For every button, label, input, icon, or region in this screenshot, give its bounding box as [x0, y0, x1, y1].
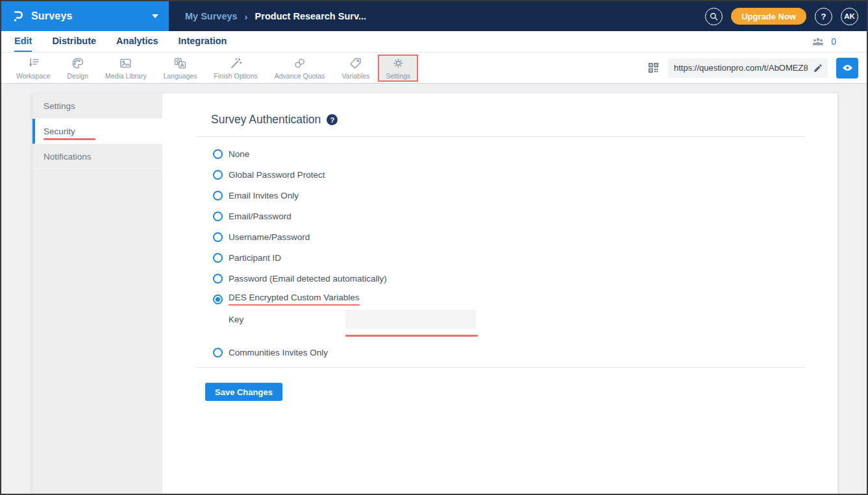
- key-input[interactable]: [345, 309, 476, 329]
- avatar-initials: AK: [844, 12, 855, 20]
- security-annotation-underline: [43, 138, 95, 140]
- tab-distribute[interactable]: Distribute: [52, 31, 96, 52]
- radio-icon[interactable]: [213, 253, 223, 263]
- security-panel: Survey Authentication ? None Global Pass…: [162, 93, 837, 494]
- product-switcher[interactable]: Surveys: [1, 1, 169, 31]
- toolbar-item-variables[interactable]: Variables: [333, 54, 378, 82]
- breadcrumb: My Surveys › Product Research Surv...: [185, 1, 366, 31]
- divider: [195, 367, 805, 368]
- upgrade-now-button[interactable]: Upgrade Now: [731, 8, 806, 25]
- radio-icon[interactable]: [213, 348, 223, 357]
- image-icon: [119, 56, 132, 70]
- questionpro-logo-icon: [12, 10, 25, 23]
- option-communities-invites-only[interactable]: Communities Invites Only: [213, 342, 837, 363]
- option-participant-id[interactable]: Participant ID: [213, 247, 837, 268]
- top-bar: Surveys My Surveys › Product Research Su…: [1, 1, 867, 31]
- preview-survey-button[interactable]: [836, 58, 858, 78]
- help-badge-icon[interactable]: ?: [327, 114, 338, 125]
- option-email-password[interactable]: Email/Password: [213, 206, 837, 226]
- settings-card: Settings Security Notifications Survey A…: [32, 93, 837, 494]
- tab-analytics[interactable]: Analytics: [116, 31, 158, 52]
- save-changes-button[interactable]: Save Changes: [205, 383, 282, 401]
- sidebar-item-security[interactable]: Security: [32, 119, 162, 144]
- workspace-icon: [27, 56, 40, 70]
- translate-icon: [173, 56, 187, 70]
- search-icon: [709, 12, 719, 21]
- radio-icon[interactable]: [213, 149, 223, 159]
- avatar[interactable]: AK: [841, 8, 858, 25]
- option-username-password[interactable]: Username/Password: [213, 226, 837, 247]
- people-icon: [811, 36, 825, 47]
- qr-code-icon[interactable]: [647, 62, 660, 74]
- toolbar-label: Settings: [386, 72, 410, 80]
- edit-url-pencil-icon[interactable]: [813, 63, 823, 73]
- eye-icon: [841, 62, 854, 74]
- survey-nav-tabs: Edit Distribute Analytics Integration 0: [1, 31, 867, 53]
- help-button[interactable]: ?: [815, 8, 832, 25]
- toolbar-label: Advance Quotas: [275, 72, 325, 80]
- radio-icon[interactable]: [213, 191, 223, 200]
- edit-toolbar: Workspace Design Media Library Languages…: [1, 53, 867, 84]
- top-bar-actions: Upgrade Now ? AK: [705, 1, 867, 31]
- chain-links-icon: [293, 56, 306, 70]
- gear-icon: [391, 56, 405, 70]
- question-mark-icon: ?: [821, 12, 826, 21]
- sidebar-item-label: Settings: [43, 101, 75, 111]
- chevron-down-icon: [152, 14, 158, 18]
- divider: [195, 136, 805, 137]
- toolbar-item-workspace[interactable]: Workspace: [8, 54, 58, 82]
- toolbar-item-design[interactable]: Design: [58, 54, 97, 82]
- key-field-row: Key: [229, 309, 837, 342]
- share-controls: [647, 58, 867, 78]
- page-title: Survey Authentication: [211, 113, 321, 127]
- magic-wand-icon: [229, 56, 243, 70]
- toolbar-label: Media Library: [105, 72, 147, 80]
- key-field-label: Key: [229, 309, 345, 324]
- page-background: Settings Security Notifications Survey A…: [1, 84, 867, 494]
- radio-icon[interactable]: [213, 274, 223, 284]
- tag-icon: [349, 56, 362, 70]
- app-window: Surveys My Surveys › Product Research Su…: [0, 0, 868, 495]
- radio-icon[interactable]: [213, 170, 223, 180]
- toolbar-label: Languages: [164, 72, 197, 80]
- option-email-invites-only[interactable]: Email Invites Only: [213, 185, 837, 206]
- breadcrumb-separator: ›: [245, 11, 248, 22]
- sidebar-item-notifications[interactable]: Notifications: [32, 144, 162, 169]
- sidebar-item-label: Security: [43, 127, 75, 136]
- breadcrumb-my-surveys[interactable]: My Surveys: [185, 11, 238, 21]
- option-none[interactable]: None: [213, 143, 837, 164]
- toolbar-item-languages[interactable]: Languages: [155, 54, 206, 82]
- toolbar-label: Variables: [341, 72, 369, 80]
- tab-integration[interactable]: Integration: [179, 31, 227, 52]
- survey-url-input[interactable]: [674, 63, 813, 73]
- product-name: Surveys: [31, 10, 73, 22]
- collaborators-count: 0: [831, 36, 836, 47]
- toolbar-label: Design: [67, 72, 88, 80]
- radio-icon[interactable]: [213, 211, 223, 221]
- key-annotation-underline: [345, 335, 478, 337]
- palette-icon: [71, 56, 84, 70]
- authentication-options: None Global Password Protect Email Invit…: [213, 143, 837, 363]
- survey-url-field: [668, 58, 828, 78]
- toolbar-label: Finish Options: [214, 72, 258, 80]
- option-password-email-detected[interactable]: Password (Email detected automatically): [213, 268, 837, 289]
- toolbar-item-advance-quotas[interactable]: Advance Quotas: [266, 54, 334, 82]
- radio-icon-selected[interactable]: [213, 295, 223, 304]
- tab-edit[interactable]: Edit: [14, 31, 32, 52]
- toolbar-item-settings[interactable]: Settings: [378, 54, 418, 82]
- toolbar-item-media-library[interactable]: Media Library: [97, 54, 155, 82]
- side-menu-filler: [32, 169, 162, 494]
- sidebar-item-settings[interactable]: Settings: [32, 93, 162, 119]
- search-button[interactable]: [705, 8, 723, 25]
- settings-side-menu: Settings Security Notifications: [32, 93, 162, 494]
- toolbar-label: Workspace: [16, 72, 50, 80]
- option-global-password-protect[interactable]: Global Password Protect: [213, 164, 837, 185]
- sidebar-item-label: Notifications: [43, 152, 92, 162]
- toolbar-item-finish-options[interactable]: Finish Options: [206, 54, 266, 82]
- breadcrumb-current-survey[interactable]: Product Research Surv...: [255, 11, 366, 21]
- collaborators[interactable]: 0: [811, 31, 854, 52]
- radio-icon[interactable]: [213, 232, 223, 242]
- option-des-encrypted-custom-variables[interactable]: DES Encrypted Custom Variables: [213, 289, 837, 309]
